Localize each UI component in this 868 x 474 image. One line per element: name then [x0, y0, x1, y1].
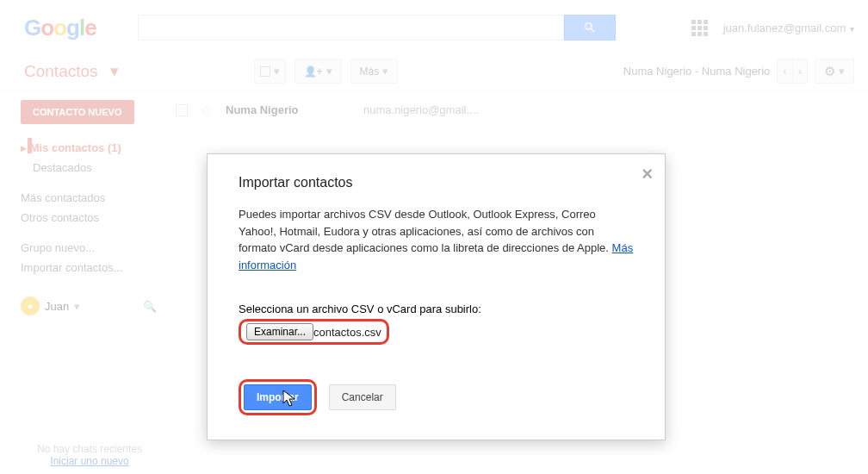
cancel-button[interactable]: Cancelar: [329, 384, 396, 410]
import-contacts-dialog: × Importar contactos Puedes importar arc…: [207, 153, 666, 440]
dialog-body: Puedes importar archivos CSV desde Outlo…: [239, 206, 634, 273]
caret-down-icon: ▾: [274, 65, 280, 78]
caret-down-icon: ▾: [382, 65, 388, 78]
app-title: Contactos: [24, 62, 98, 80]
next-page-button[interactable]: ›: [792, 59, 808, 84]
avatar: ●: [21, 296, 40, 315]
sidebar-item-other-contacts[interactable]: Otros contactos: [21, 208, 157, 228]
select-file-label: Selecciona un archivo CSV o vCard para s…: [239, 302, 634, 315]
chat-search-icon[interactable]: 🔍: [143, 300, 157, 313]
mouse-cursor-icon: [282, 390, 298, 409]
sidebar-item-import-contacts[interactable]: Importar contactos...: [21, 258, 157, 278]
caret-down-icon: ▾: [326, 65, 332, 78]
contact-range-label: Numa Nigerio - Numa Nigerio: [623, 65, 771, 78]
browse-button[interactable]: Examinar...: [246, 323, 313, 340]
settings-menu[interactable]: ⚙▾: [815, 59, 854, 84]
dialog-title: Importar contactos: [239, 175, 634, 190]
contact-row[interactable]: ☆ Numa Nigerio numa.nigerio@gmail....: [165, 95, 868, 125]
new-contact-button[interactable]: CONTACTO NUEVO: [21, 100, 134, 124]
selected-filename: contactos.csv: [313, 326, 381, 339]
sidebar-item-new-group[interactable]: Grupo nuevo...: [21, 238, 157, 258]
active-indicator: [28, 138, 32, 153]
sidebar-item-starred[interactable]: Destacados: [21, 158, 157, 178]
close-icon[interactable]: ×: [642, 165, 653, 184]
caret-down-icon: ▾: [839, 65, 845, 78]
person-plus-icon: 👤+: [304, 65, 323, 78]
user-email: juan.fulanez@gmail.com: [723, 22, 846, 34]
app-switcher[interactable]: Contactos▾: [24, 61, 129, 81]
chat-user-name: Juan: [45, 300, 69, 313]
caret-down-icon[interactable]: ▾: [74, 300, 80, 313]
chevron-right-icon: ›: [798, 65, 802, 78]
gear-icon: ⚙: [824, 64, 835, 79]
search-button[interactable]: [564, 15, 616, 41]
apps-icon[interactable]: [691, 20, 708, 36]
prev-page-button[interactable]: ‹: [777, 59, 792, 84]
contact-email: numa.nigerio@gmail....: [363, 103, 479, 116]
import-button[interactable]: Importar: [244, 384, 312, 410]
caret-down-icon: ▾: [847, 24, 854, 34]
add-to-group-button[interactable]: 👤+▾: [294, 59, 342, 84]
start-chat-link[interactable]: Iniciar uno nuevo: [21, 455, 158, 467]
more-menu[interactable]: Más▾: [350, 59, 399, 84]
contact-name: Numa Nigerio: [226, 103, 363, 116]
select-all-checkbox[interactable]: ▾: [254, 59, 286, 84]
star-icon[interactable]: ☆: [200, 102, 212, 118]
google-logo: Google: [24, 15, 96, 41]
row-checkbox[interactable]: [176, 104, 188, 116]
search-input[interactable]: [138, 15, 564, 41]
caret-down-icon: ▾: [110, 62, 119, 80]
chevron-left-icon: ‹: [783, 65, 786, 78]
no-chats-label: No hay chats recientes: [21, 443, 158, 455]
sidebar-item-my-contacts[interactable]: ▸ Mis contactos (1): [21, 138, 157, 158]
search-icon: [583, 21, 597, 34]
account-menu[interactable]: juan.fulanez@gmail.com ▾: [723, 22, 854, 34]
sidebar-item-most-contacted[interactable]: Más contactados: [21, 188, 157, 208]
